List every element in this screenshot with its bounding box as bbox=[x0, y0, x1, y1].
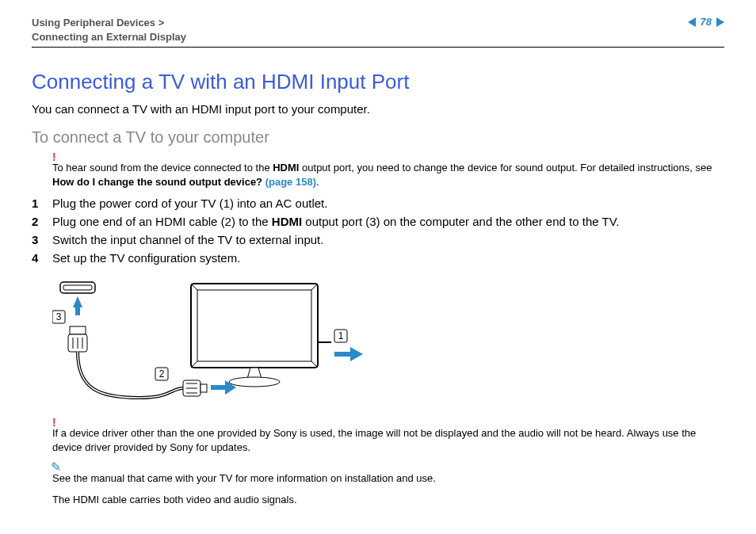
warning1-bold-howto: How do I change the sound output device? bbox=[52, 176, 265, 188]
closing-text: The HDMI cable carries both video and au… bbox=[32, 494, 724, 505]
arrow-up-icon bbox=[73, 296, 82, 307]
step-number: 1 bbox=[32, 196, 52, 210]
page-nav: 78 bbox=[688, 16, 724, 28]
step-item: 3 Switch the input channel of the TV to … bbox=[32, 233, 724, 246]
step-number: 3 bbox=[32, 233, 52, 246]
svg-rect-20 bbox=[334, 352, 350, 357]
breadcrumb-line1: Using Peripheral Devices > bbox=[32, 17, 164, 29]
svg-rect-14 bbox=[197, 290, 311, 361]
page-title: Connecting a TV with an HDMI Input Port bbox=[32, 70, 724, 94]
warning-driver: If a device driver other than the one pr… bbox=[32, 426, 724, 454]
step-item: 2 Plug one end of an HDMI cable (2) to t… bbox=[32, 215, 724, 228]
connection-diagram: 3 2 bbox=[52, 279, 369, 406]
arrow-right-icon bbox=[350, 347, 363, 361]
page-header: Using Peripheral Devices > Connecting an… bbox=[32, 16, 724, 48]
next-page-icon[interactable] bbox=[716, 17, 724, 27]
warning1-xref-link[interactable]: (page 158) bbox=[265, 176, 316, 188]
step-text: Plug the power cord of your TV (1) into … bbox=[52, 196, 327, 210]
hdmi-connector-icon bbox=[183, 380, 207, 396]
warning1-bold-hdmi: HDMI bbox=[273, 162, 299, 174]
step-number: 2 bbox=[32, 215, 52, 228]
tv-icon bbox=[191, 284, 318, 387]
step-text: Switch the input channel of the TV to ex… bbox=[52, 233, 323, 246]
breadcrumb-line2: Connecting an External Display bbox=[32, 31, 186, 43]
svg-rect-12 bbox=[211, 385, 225, 390]
step-text: Plug one end of an HDMI cable (2) to the… bbox=[52, 215, 619, 228]
steps-list: 1 Plug the power cord of your TV (1) int… bbox=[32, 196, 724, 265]
warning-sound-output: To hear sound from the device connected … bbox=[32, 161, 724, 189]
section-subtitle: To connect a TV to your computer bbox=[32, 128, 724, 147]
warning1-mid: output port, you need to change the devi… bbox=[299, 162, 712, 174]
page-container: Using Peripheral Devices > Connecting an… bbox=[0, 0, 756, 529]
svg-rect-1 bbox=[75, 306, 80, 315]
svg-point-19 bbox=[229, 377, 280, 387]
step-text: Set up the TV configuration system. bbox=[52, 251, 240, 265]
page-number: 78 bbox=[701, 16, 712, 28]
hdmi-connector-icon bbox=[68, 326, 87, 352]
diagram-label-2: 2 bbox=[159, 368, 165, 380]
hdmi-port-icon bbox=[60, 282, 95, 293]
svg-rect-8 bbox=[200, 384, 207, 392]
warning1-post: . bbox=[316, 176, 319, 188]
svg-rect-2 bbox=[70, 326, 86, 334]
prev-page-icon[interactable] bbox=[688, 17, 696, 27]
tip-manual: See the manual that came with your TV fo… bbox=[32, 471, 724, 486]
breadcrumb: Using Peripheral Devices > Connecting an… bbox=[32, 16, 186, 44]
warning1-pre: To hear sound from the device connected … bbox=[52, 162, 273, 174]
intro-text: You can connect a TV with an HDMI input … bbox=[32, 102, 724, 116]
step-number: 4 bbox=[32, 251, 52, 265]
diagram-label-3: 3 bbox=[56, 311, 62, 322]
step-item: 4 Set up the TV configuration system. bbox=[32, 251, 724, 265]
diagram-label-1: 1 bbox=[338, 330, 344, 341]
step-item: 1 Plug the power cord of your TV (1) int… bbox=[32, 196, 724, 210]
